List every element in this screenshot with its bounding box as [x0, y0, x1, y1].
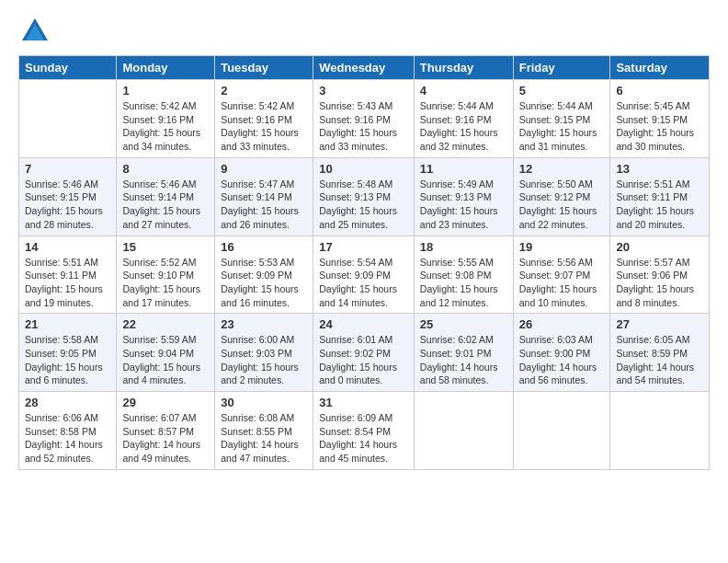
- day-cell: [19, 80, 117, 158]
- header: [18, 15, 710, 48]
- day-number: 14: [25, 240, 110, 254]
- day-cell: [414, 392, 513, 470]
- day-cell: 8Sunrise: 5:46 AM Sunset: 9:14 PM Daylig…: [117, 157, 215, 236]
- day-number: 19: [519, 240, 605, 254]
- day-info: Sunrise: 5:44 AM Sunset: 9:15 PM Dayligh…: [519, 99, 605, 154]
- day-number: 11: [420, 162, 507, 176]
- weekday-header-row: SundayMondayTuesdayWednesdayThursdayFrid…: [19, 56, 710, 80]
- day-cell: 14Sunrise: 5:51 AM Sunset: 9:11 PM Dayli…: [19, 236, 117, 314]
- day-info: Sunrise: 5:47 AM Sunset: 9:14 PM Dayligh…: [221, 178, 307, 232]
- day-info: Sunrise: 5:42 AM Sunset: 9:16 PM Dayligh…: [122, 99, 209, 154]
- day-cell: 21Sunrise: 5:58 AM Sunset: 9:05 PM Dayli…: [19, 314, 117, 392]
- week-row-1: 1Sunrise: 5:42 AM Sunset: 9:16 PM Daylig…: [19, 80, 710, 158]
- weekday-header-monday: Monday: [117, 56, 215, 80]
- day-cell: 12Sunrise: 5:50 AM Sunset: 9:12 PM Dayli…: [513, 157, 610, 236]
- day-number: 6: [616, 84, 703, 98]
- day-info: Sunrise: 5:56 AM Sunset: 9:07 PM Dayligh…: [519, 256, 605, 310]
- day-info: Sunrise: 5:45 AM Sunset: 9:15 PM Dayligh…: [616, 99, 703, 154]
- day-info: Sunrise: 6:03 AM Sunset: 9:00 PM Dayligh…: [519, 333, 605, 387]
- day-number: 24: [319, 317, 408, 331]
- day-info: Sunrise: 5:54 AM Sunset: 9:09 PM Dayligh…: [319, 256, 408, 310]
- day-info: Sunrise: 5:44 AM Sunset: 9:16 PM Dayligh…: [420, 99, 507, 154]
- week-row-2: 7Sunrise: 5:46 AM Sunset: 9:15 PM Daylig…: [19, 157, 710, 236]
- day-number: 9: [221, 162, 307, 176]
- weekday-header-sunday: Sunday: [19, 56, 117, 80]
- day-info: Sunrise: 6:01 AM Sunset: 9:02 PM Dayligh…: [319, 333, 408, 387]
- day-number: 16: [221, 240, 307, 254]
- day-cell: 16Sunrise: 5:53 AM Sunset: 9:09 PM Dayli…: [215, 236, 313, 314]
- day-number: 1: [122, 84, 209, 98]
- day-number: 15: [122, 240, 209, 254]
- day-info: Sunrise: 5:51 AM Sunset: 9:11 PM Dayligh…: [25, 256, 110, 310]
- day-info: Sunrise: 5:48 AM Sunset: 9:13 PM Dayligh…: [319, 178, 408, 232]
- day-cell: 13Sunrise: 5:51 AM Sunset: 9:11 PM Dayli…: [610, 157, 710, 236]
- day-cell: [610, 392, 710, 470]
- day-cell: 25Sunrise: 6:02 AM Sunset: 9:01 PM Dayli…: [414, 314, 513, 392]
- day-number: 10: [319, 162, 408, 176]
- day-number: 5: [519, 84, 605, 98]
- weekday-header-friday: Friday: [513, 56, 610, 80]
- day-info: Sunrise: 6:00 AM Sunset: 9:03 PM Dayligh…: [221, 333, 307, 387]
- day-cell: 30Sunrise: 6:08 AM Sunset: 8:55 PM Dayli…: [215, 392, 313, 470]
- day-cell: 10Sunrise: 5:48 AM Sunset: 9:13 PM Dayli…: [313, 157, 415, 236]
- day-cell: [513, 392, 610, 470]
- day-number: 31: [319, 396, 408, 409]
- day-cell: 15Sunrise: 5:52 AM Sunset: 9:10 PM Dayli…: [117, 236, 215, 314]
- day-cell: 9Sunrise: 5:47 AM Sunset: 9:14 PM Daylig…: [215, 157, 313, 236]
- day-info: Sunrise: 5:53 AM Sunset: 9:09 PM Dayligh…: [221, 256, 307, 310]
- weekday-header-tuesday: Tuesday: [215, 56, 313, 80]
- day-info: Sunrise: 5:42 AM Sunset: 9:16 PM Dayligh…: [221, 99, 307, 154]
- logo-icon: [18, 15, 51, 48]
- logo: [18, 15, 55, 48]
- week-row-5: 28Sunrise: 6:06 AM Sunset: 8:58 PM Dayli…: [19, 392, 710, 470]
- day-cell: 19Sunrise: 5:56 AM Sunset: 9:07 PM Dayli…: [513, 236, 610, 314]
- day-info: Sunrise: 6:06 AM Sunset: 8:58 PM Dayligh…: [25, 411, 110, 465]
- day-cell: 11Sunrise: 5:49 AM Sunset: 9:13 PM Dayli…: [414, 157, 513, 236]
- weekday-header-thursday: Thursday: [414, 56, 513, 80]
- day-number: 21: [25, 317, 110, 331]
- day-cell: 20Sunrise: 5:57 AM Sunset: 9:06 PM Dayli…: [610, 236, 710, 314]
- day-number: 17: [319, 240, 408, 254]
- day-cell: 27Sunrise: 6:05 AM Sunset: 8:59 PM Dayli…: [610, 314, 710, 392]
- day-cell: 6Sunrise: 5:45 AM Sunset: 9:15 PM Daylig…: [610, 80, 710, 158]
- day-number: 28: [25, 396, 110, 409]
- day-info: Sunrise: 5:50 AM Sunset: 9:12 PM Dayligh…: [519, 178, 605, 232]
- day-info: Sunrise: 6:07 AM Sunset: 8:57 PM Dayligh…: [122, 411, 209, 465]
- weekday-header-wednesday: Wednesday: [313, 56, 415, 80]
- day-number: 29: [122, 396, 209, 409]
- day-cell: 28Sunrise: 6:06 AM Sunset: 8:58 PM Dayli…: [19, 392, 117, 470]
- day-number: 3: [319, 84, 408, 98]
- day-number: 22: [122, 317, 209, 331]
- day-info: Sunrise: 5:52 AM Sunset: 9:10 PM Dayligh…: [122, 256, 209, 310]
- day-info: Sunrise: 5:57 AM Sunset: 9:06 PM Dayligh…: [616, 256, 703, 310]
- day-info: Sunrise: 5:49 AM Sunset: 9:13 PM Dayligh…: [420, 178, 507, 232]
- week-row-4: 21Sunrise: 5:58 AM Sunset: 9:05 PM Dayli…: [19, 314, 710, 392]
- day-info: Sunrise: 5:55 AM Sunset: 9:08 PM Dayligh…: [420, 256, 507, 310]
- day-number: 27: [616, 317, 703, 331]
- weekday-header-saturday: Saturday: [610, 56, 710, 80]
- day-cell: 7Sunrise: 5:46 AM Sunset: 9:15 PM Daylig…: [19, 157, 117, 236]
- day-number: 26: [519, 317, 605, 331]
- day-cell: 18Sunrise: 5:55 AM Sunset: 9:08 PM Dayli…: [414, 236, 513, 314]
- day-number: 12: [519, 162, 605, 176]
- day-number: 18: [420, 240, 507, 254]
- day-number: 30: [221, 396, 307, 409]
- day-number: 8: [122, 162, 209, 176]
- page: SundayMondayTuesdayWednesdayThursdayFrid…: [0, 0, 728, 485]
- day-number: 4: [420, 84, 507, 98]
- day-info: Sunrise: 6:02 AM Sunset: 9:01 PM Dayligh…: [420, 333, 507, 387]
- day-info: Sunrise: 5:43 AM Sunset: 9:16 PM Dayligh…: [319, 99, 408, 154]
- day-info: Sunrise: 5:46 AM Sunset: 9:14 PM Dayligh…: [122, 178, 209, 232]
- day-cell: 31Sunrise: 6:09 AM Sunset: 8:54 PM Dayli…: [313, 392, 415, 470]
- day-cell: 17Sunrise: 5:54 AM Sunset: 9:09 PM Dayli…: [313, 236, 415, 314]
- day-info: Sunrise: 5:58 AM Sunset: 9:05 PM Dayligh…: [25, 333, 110, 387]
- day-info: Sunrise: 5:51 AM Sunset: 9:11 PM Dayligh…: [616, 178, 703, 232]
- day-cell: 29Sunrise: 6:07 AM Sunset: 8:57 PM Dayli…: [117, 392, 215, 470]
- day-info: Sunrise: 5:59 AM Sunset: 9:04 PM Dayligh…: [122, 333, 209, 387]
- day-cell: 2Sunrise: 5:42 AM Sunset: 9:16 PM Daylig…: [215, 80, 313, 158]
- day-cell: 23Sunrise: 6:00 AM Sunset: 9:03 PM Dayli…: [215, 314, 313, 392]
- day-info: Sunrise: 6:09 AM Sunset: 8:54 PM Dayligh…: [319, 411, 408, 465]
- day-info: Sunrise: 5:46 AM Sunset: 9:15 PM Dayligh…: [25, 178, 110, 232]
- week-row-3: 14Sunrise: 5:51 AM Sunset: 9:11 PM Dayli…: [19, 236, 710, 314]
- day-info: Sunrise: 6:08 AM Sunset: 8:55 PM Dayligh…: [221, 411, 307, 465]
